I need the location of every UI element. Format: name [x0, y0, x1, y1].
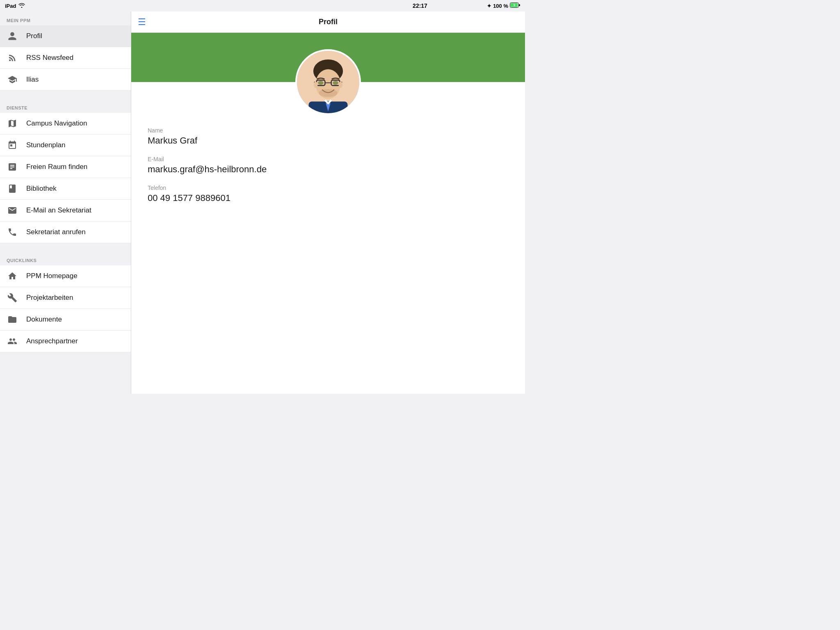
status-time: 22:17	[413, 2, 427, 9]
sidebar-label-email-sekretariat: E-Mail an Sekretariat	[26, 206, 91, 215]
graduate-icon	[7, 74, 18, 85]
mail-icon	[7, 205, 18, 216]
room-icon	[7, 161, 18, 173]
sidebar-item-profil[interactable]: Profil	[0, 25, 131, 47]
people-icon	[7, 336, 18, 347]
sidebar-label-dokumente: Dokumente	[26, 315, 62, 324]
bluetooth-icon: ✦	[487, 3, 491, 9]
sidebar-label-projektarbeiten: Projektarbeiten	[26, 294, 73, 302]
battery-icon	[510, 2, 520, 9]
svg-point-19	[339, 82, 343, 88]
status-left: iPad	[5, 3, 25, 9]
svg-rect-2	[519, 4, 520, 6]
sidebar: MEIN PPM Profil RSS Newsfeed Ilias DIENS…	[0, 11, 131, 394]
profile-avatar	[295, 49, 361, 115]
sidebar-item-dokumente[interactable]: Dokumente	[0, 309, 131, 331]
app-body: MEIN PPM Profil RSS Newsfeed Ilias DIENS…	[0, 11, 525, 394]
svg-point-13	[333, 81, 338, 85]
sidebar-label-freien-raum-finden: Freien Raum finden	[26, 163, 87, 171]
menu-button[interactable]: ☰	[138, 18, 146, 27]
sidebar-label-rss: RSS Newsfeed	[26, 54, 73, 62]
status-right: ✦ 100 %	[487, 2, 520, 9]
sidebar-item-projektarbeiten[interactable]: Projektarbeiten	[0, 287, 131, 309]
sidebar-item-rss-newsfeed[interactable]: RSS Newsfeed	[0, 47, 131, 69]
email-label: E-Mail	[148, 156, 509, 162]
rss-icon	[7, 52, 18, 64]
status-bar: iPad 22:17 ✦ 100 %	[0, 0, 525, 11]
folder-icon	[7, 314, 18, 325]
sidebar-label-stundenplan: Stundenplan	[26, 141, 65, 149]
info-field-telefon: Telefon 00 49 1577 9889601	[148, 185, 509, 203]
sidebar-item-bibliothek[interactable]: Bibliothek	[0, 178, 131, 200]
home-icon	[7, 270, 18, 282]
book-icon	[7, 183, 18, 194]
info-field-name: Name Markus Graf	[148, 127, 509, 146]
svg-point-3	[9, 59, 11, 61]
name-label: Name	[148, 127, 509, 134]
sidebar-item-ansprechpartner[interactable]: Ansprechpartner	[0, 331, 131, 352]
sidebar-label-ansprechpartner: Ansprechpartner	[26, 337, 78, 345]
ipad-label: iPad	[5, 3, 16, 9]
wifi-icon	[18, 3, 25, 9]
sidebar-section-header-quicklinks: QUICKLINKS	[0, 251, 131, 265]
sidebar-item-email-sekretariat[interactable]: E-Mail an Sekretariat	[0, 200, 131, 221]
sidebar-label-ilias: Ilias	[26, 75, 39, 84]
sidebar-item-ppm-homepage[interactable]: PPM Homepage	[0, 265, 131, 287]
telefon-value: 00 49 1577 9889601	[148, 193, 509, 203]
phone-icon	[7, 226, 18, 238]
wrench-icon	[7, 292, 18, 304]
email-value: markus.graf@hs-heilbronn.de	[148, 164, 509, 175]
section-gap-1	[0, 91, 131, 99]
person-icon	[7, 30, 18, 42]
svg-point-12	[318, 81, 323, 85]
map-icon	[7, 118, 18, 129]
battery-percent: 100 %	[493, 3, 508, 9]
sidebar-label-bibliothek: Bibliothek	[26, 185, 57, 193]
profile-info: Name Markus Graf E-Mail markus.graf@hs-h…	[131, 119, 525, 221]
svg-point-14	[319, 89, 338, 97]
sidebar-label-profil: Profil	[26, 32, 42, 40]
section-gap-2	[0, 243, 131, 251]
sidebar-section-header-dienste: DIENSTE	[0, 99, 131, 113]
sidebar-label-campus-navigation: Campus Navigation	[26, 119, 87, 128]
sidebar-section-header-mein-ppm: MEIN PPM	[0, 11, 131, 25]
sidebar-label-sekretariat-anrufen: Sekretariat anrufen	[26, 228, 86, 236]
name-value: Markus Graf	[148, 135, 509, 146]
sidebar-item-freien-raum-finden[interactable]: Freien Raum finden	[0, 156, 131, 178]
navbar: ☰ Profil	[131, 11, 525, 33]
telefon-label: Telefon	[148, 185, 509, 191]
sidebar-item-sekretariat-anrufen[interactable]: Sekretariat anrufen	[0, 221, 131, 243]
svg-point-18	[314, 82, 318, 88]
sidebar-item-campus-navigation[interactable]: Campus Navigation	[0, 113, 131, 135]
profile-banner	[131, 33, 525, 82]
calendar-icon	[7, 139, 18, 151]
sidebar-item-stundenplan[interactable]: Stundenplan	[0, 135, 131, 156]
navbar-title: Profil	[138, 18, 518, 26]
info-field-email: E-Mail markus.graf@hs-heilbronn.de	[148, 156, 509, 175]
main-content: ☰ Profil	[131, 11, 525, 394]
profile-avatar-container	[295, 49, 361, 115]
sidebar-item-ilias[interactable]: Ilias	[0, 69, 131, 91]
sidebar-label-ppm-homepage: PPM Homepage	[26, 272, 78, 280]
